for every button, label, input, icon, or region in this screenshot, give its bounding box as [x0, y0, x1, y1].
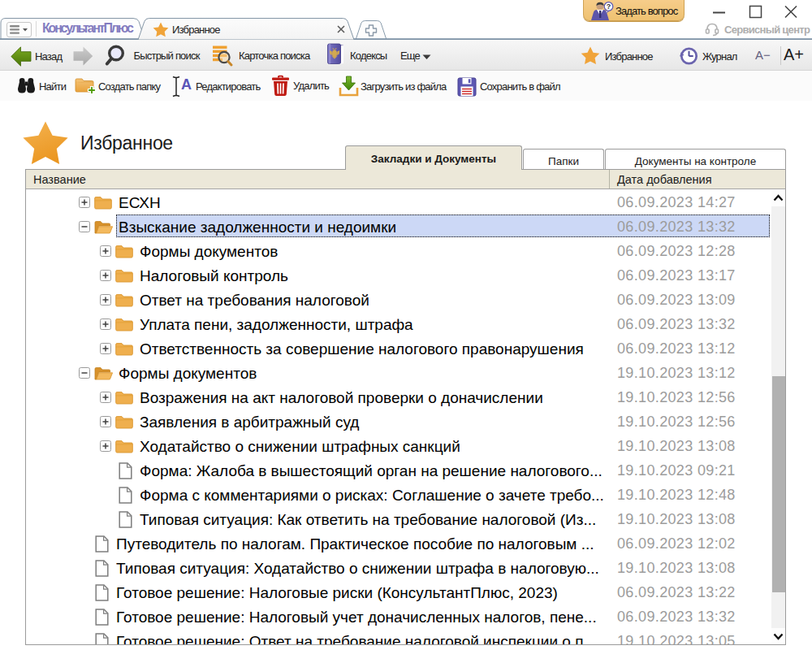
- column-divider[interactable]: [609, 170, 610, 188]
- new-tab-plus-icon[interactable]: [361, 24, 382, 37]
- font-decrease-button[interactable]: А−: [755, 48, 771, 62]
- divider: [780, 46, 781, 65]
- vertical-scrollbar[interactable]: [771, 190, 785, 644]
- expander-plus-icon[interactable]: [100, 270, 111, 281]
- tree-row[interactable]: Формы документов19.10.2023 13:12: [26, 361, 785, 385]
- row-name[interactable]: Путеводитель по налогам. Практическое по…: [116, 535, 594, 553]
- save-to-file-button[interactable]: Сохранить в файл: [457, 75, 563, 98]
- document-icon: [95, 609, 109, 626]
- row-name[interactable]: Возражения на акт налоговой проверки о д…: [140, 389, 543, 407]
- row-name[interactable]: Уплата пени, задолженности, штрафа: [140, 316, 413, 334]
- menu-button[interactable]: [6, 22, 32, 37]
- row-name[interactable]: Готовое решение: Ответ на требование нал…: [116, 633, 596, 645]
- tree-rows: ЕСХН06.09.2023 14:27 Взыскание задолженн…: [26, 190, 785, 645]
- tree-row[interactable]: Ответ на требования налоговой06.09.2023 …: [26, 288, 785, 312]
- more-label: Еще: [400, 50, 420, 62]
- hamburger-icon: [7, 23, 31, 37]
- tree-row[interactable]: Формы документов06.09.2023 12:28: [26, 239, 785, 263]
- document-icon: [95, 633, 109, 646]
- back-arrow-icon: [11, 46, 32, 67]
- expander-plus-icon[interactable]: [100, 343, 111, 354]
- row-name[interactable]: ЕСХН: [119, 194, 161, 212]
- forward-button[interactable]: [73, 46, 93, 66]
- load-from-file-label: Загрузить из файла: [361, 80, 446, 93]
- actions-toolbar: Найти Создать папку A Редактировать: [0, 72, 812, 101]
- scrollbar-thumb[interactable]: [772, 376, 785, 592]
- folder-icon: [115, 269, 133, 283]
- tree-row[interactable]: Готовое решение: Налоговый учет доначисл…: [26, 604, 785, 629]
- favorites-tab[interactable]: [138, 19, 354, 41]
- create-folder-button[interactable]: Создать папку: [75, 75, 164, 98]
- expander-plus-icon[interactable]: [100, 318, 111, 330]
- row-date: 19.10.2023 12:48: [617, 487, 736, 504]
- tree-row[interactable]: Форма: Жалоба в вышестоящий орган на реш…: [26, 458, 785, 483]
- row-name[interactable]: Ходатайство о снижении штрафных санкций: [140, 438, 460, 456]
- tab-folders[interactable]: Папки: [523, 149, 604, 170]
- tree-row[interactable]: Путеводитель по налогам. Практическое по…: [26, 531, 785, 556]
- tree-row[interactable]: Типовая ситуация: Ходатайство о снижении…: [26, 556, 785, 580]
- expander-plus-icon[interactable]: [100, 392, 111, 403]
- tree-row[interactable]: Готовое решение: Ответ на требование нал…: [26, 629, 785, 645]
- expander-plus-icon[interactable]: [100, 245, 111, 257]
- tree-row[interactable]: Уплата пени, задолженности, штрафа06.09.…: [26, 312, 785, 336]
- tree-row[interactable]: Форма с комментариями о рисках: Соглашен…: [26, 483, 785, 507]
- tree-row[interactable]: ЕСХН06.09.2023 14:27: [26, 190, 785, 214]
- save-to-file-label: Сохранить в файл: [480, 80, 560, 93]
- tree-row[interactable]: Типовая ситуация: Как ответить на требов…: [26, 507, 785, 531]
- back-button[interactable]: Назад: [11, 46, 76, 67]
- forward-arrow-icon: [73, 46, 93, 66]
- column-header-name[interactable]: Название: [33, 173, 86, 186]
- expander-minus-icon[interactable]: [79, 221, 90, 232]
- row-name[interactable]: Типовая ситуация: Ходатайство о снижении…: [116, 560, 599, 578]
- tree-row[interactable]: Готовое решение: Налоговые риски (Консул…: [26, 580, 785, 604]
- tree-row[interactable]: Взыскание задолженности и недоимки06.09.…: [26, 214, 785, 239]
- row-name[interactable]: Формы документов: [140, 243, 278, 261]
- favorites-label: Избранное: [605, 50, 653, 63]
- row-name[interactable]: Заявления в арбитражный суд: [140, 414, 359, 431]
- quick-search-button[interactable]: Быстрый поиск: [104, 43, 200, 67]
- expander-plus-icon[interactable]: [100, 294, 111, 306]
- font-increase-button[interactable]: А+: [784, 46, 804, 64]
- row-name[interactable]: Взыскание задолженности и недоимки: [119, 219, 396, 236]
- row-name[interactable]: Готовое решение: Налоговые риски (Консул…: [116, 584, 558, 602]
- row-name[interactable]: Ответ на требования налоговой: [140, 292, 369, 310]
- more-button[interactable]: Еще: [400, 46, 437, 66]
- row-name[interactable]: Форма: Жалоба в вышестоящий орган на реш…: [140, 462, 603, 480]
- expander-plus-icon[interactable]: [79, 197, 90, 208]
- favorites-button[interactable]: Избранное: [581, 45, 658, 67]
- tree-row[interactable]: Налоговый контроль06.09.2023 13:17: [26, 263, 785, 288]
- expander-minus-icon[interactable]: [79, 367, 90, 379]
- row-name[interactable]: Ответственность за совершение налогового…: [140, 340, 584, 358]
- row-date: 19.10.2023 13:08: [617, 511, 736, 528]
- delete-button[interactable]: Удалить: [271, 74, 333, 98]
- column-header-date[interactable]: Дата добавления: [617, 173, 712, 186]
- floppy-icon: [457, 77, 477, 97]
- row-date: 06.09.2023 12:02: [617, 535, 736, 552]
- codes-button[interactable]: Кодексы: [326, 42, 393, 68]
- tree-row[interactable]: Ходатайство о снижении штрафных санкций1…: [26, 434, 785, 458]
- search-card-button[interactable]: Карточка поиска: [212, 43, 311, 67]
- load-from-file-button[interactable]: Загрузить из файла: [339, 75, 449, 98]
- expander-plus-icon[interactable]: [100, 440, 111, 452]
- document-icon: [119, 511, 132, 528]
- row-name[interactable]: Типовая ситуация: Как ответить на требов…: [140, 511, 596, 529]
- row-date: 06.09.2023 12:28: [617, 243, 736, 260]
- find-button[interactable]: Найти: [16, 76, 70, 98]
- document-icon: [95, 560, 109, 577]
- expander-plus-icon[interactable]: [100, 416, 111, 427]
- scroll-up-button[interactable]: [771, 190, 785, 206]
- row-name[interactable]: Форма с комментариями о рисках: Соглашен…: [140, 487, 604, 505]
- tab-close-icon[interactable]: [335, 24, 347, 35]
- tab-documents-on-control[interactable]: Документы на контроле: [605, 149, 786, 170]
- document-icon: [95, 584, 109, 601]
- tree-row[interactable]: Ответственность за совершение налогового…: [26, 336, 785, 361]
- journal-button[interactable]: Журнал: [679, 45, 740, 67]
- row-name[interactable]: Готовое решение: Налоговый учет доначисл…: [116, 609, 597, 626]
- row-name[interactable]: Формы документов: [119, 365, 257, 383]
- tree-row[interactable]: Заявления в арбитражный суд19.10.2023 12…: [26, 410, 785, 434]
- tab-bookmarks-documents[interactable]: Закладки и Документы: [345, 145, 522, 170]
- tree-row[interactable]: Возражения на акт налоговой проверки о д…: [26, 385, 785, 410]
- edit-button[interactable]: A Редактировать: [172, 75, 263, 98]
- row-name[interactable]: Налоговый контроль: [140, 267, 288, 285]
- scroll-down-button[interactable]: [771, 628, 785, 644]
